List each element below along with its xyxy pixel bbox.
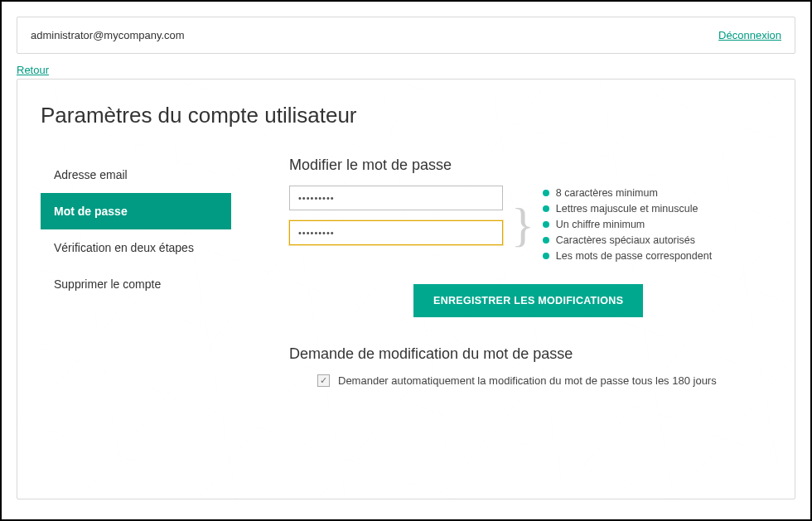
save-button[interactable]: ENREGISTRER LES MODIFICATIONS xyxy=(413,284,643,317)
checkbox-icon[interactable]: ✓ xyxy=(317,374,330,387)
back-link[interactable]: Retour xyxy=(17,64,49,76)
rule-item: Lettres majuscule et minuscule xyxy=(543,203,712,215)
password-row: } 8 caractères minimum Lettres majuscule… xyxy=(289,186,771,266)
password-heading: Modifier le mot de passe xyxy=(289,157,771,174)
password-confirm-input[interactable] xyxy=(289,220,503,245)
sidenav-item-email[interactable]: Adresse email xyxy=(41,157,231,193)
user-email: administrator@mycompany.com xyxy=(31,29,185,41)
password-input[interactable] xyxy=(289,186,503,210)
layout: Adresse email Mot de passe Vérification … xyxy=(41,157,771,387)
rule-item: Un chiffre minimum xyxy=(543,219,712,230)
brace-icon: } xyxy=(511,200,534,250)
header-bar: administrator@mycompany.com Déconnexion xyxy=(17,17,795,54)
main-panel: Paramètres du compte utilisateur Adresse… xyxy=(17,79,795,499)
content: Modifier le mot de passe } 8 caractères … xyxy=(289,157,771,387)
sidenav-item-delete[interactable]: Supprimer le compte xyxy=(41,266,231,302)
rule-item: Les mots de passe correspondent xyxy=(543,250,712,262)
rule-item: 8 caractères minimum xyxy=(543,187,712,199)
sidenav-item-password[interactable]: Mot de passe xyxy=(41,193,231,229)
password-rules: 8 caractères minimum Lettres majuscule e… xyxy=(543,186,712,266)
auto-request-checkbox-row[interactable]: ✓ Demander automatiquement la modificati… xyxy=(289,374,771,387)
password-fields xyxy=(289,186,503,245)
page-title: Paramètres du compte utilisateur xyxy=(41,103,771,128)
checkbox-label: Demander automatiquement la modification… xyxy=(338,374,717,387)
rule-item: Caractères spéciaux autorisés xyxy=(543,234,712,246)
side-nav: Adresse email Mot de passe Vérification … xyxy=(41,157,231,387)
request-heading: Demande de modification du mot de passe xyxy=(289,345,771,363)
logout-link[interactable]: Déconnexion xyxy=(718,29,781,41)
sidenav-item-2fa[interactable]: Vérification en deux étapes xyxy=(41,229,231,266)
request-section: Demande de modification du mot de passe … xyxy=(289,345,771,387)
